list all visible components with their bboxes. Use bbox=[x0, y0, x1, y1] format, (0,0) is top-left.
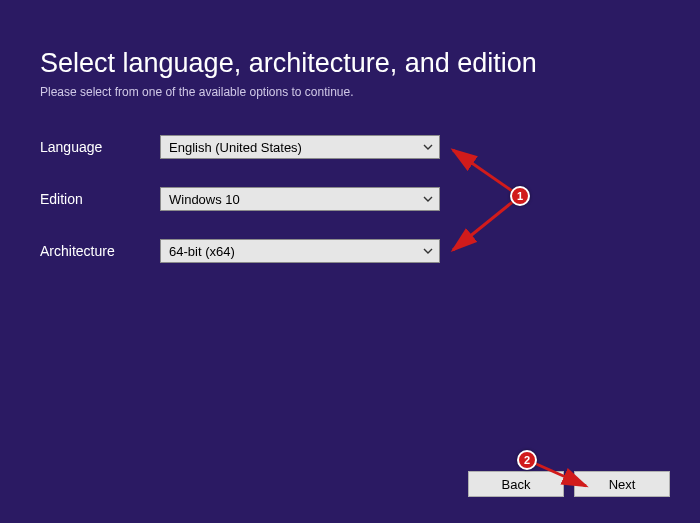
select-edition-value: Windows 10 bbox=[169, 192, 240, 207]
select-architecture-value: 64-bit (x64) bbox=[169, 244, 235, 259]
chevron-down-icon bbox=[423, 194, 433, 204]
select-language-value: English (United States) bbox=[169, 140, 302, 155]
footer-buttons: Back Next bbox=[468, 471, 670, 497]
select-language[interactable]: English (United States) bbox=[160, 135, 440, 159]
row-language: Language English (United States) bbox=[40, 135, 660, 159]
annotation-badge-2: 2 bbox=[517, 450, 537, 470]
select-edition[interactable]: Windows 10 bbox=[160, 187, 440, 211]
back-button[interactable]: Back bbox=[468, 471, 564, 497]
annotation-badge-1: 1 bbox=[510, 186, 530, 206]
next-button[interactable]: Next bbox=[574, 471, 670, 497]
chevron-down-icon bbox=[423, 142, 433, 152]
label-edition: Edition bbox=[40, 191, 160, 207]
select-architecture[interactable]: 64-bit (x64) bbox=[160, 239, 440, 263]
row-architecture: Architecture 64-bit (x64) bbox=[40, 239, 660, 263]
label-architecture: Architecture bbox=[40, 243, 160, 259]
page-subtitle: Please select from one of the available … bbox=[40, 85, 660, 99]
chevron-down-icon bbox=[423, 246, 433, 256]
row-edition: Edition Windows 10 bbox=[40, 187, 660, 211]
page-title: Select language, architecture, and editi… bbox=[40, 48, 660, 79]
label-language: Language bbox=[40, 139, 160, 155]
